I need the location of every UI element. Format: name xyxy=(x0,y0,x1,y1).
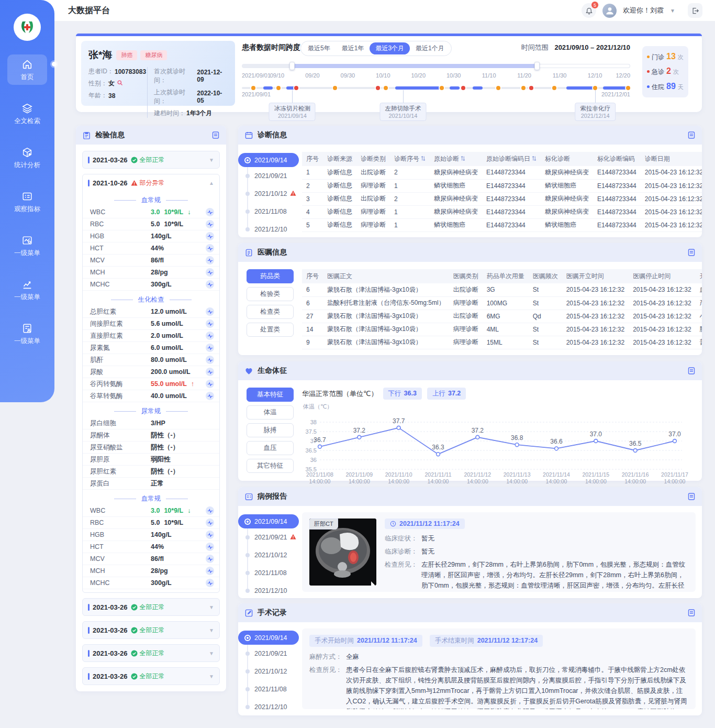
chevron-down-icon[interactable]: ▼ xyxy=(209,157,214,163)
event-callout[interactable]: 左肺切除手术2021/10/14 xyxy=(379,103,426,121)
trend-icon[interactable] xyxy=(206,344,214,352)
svg-text:37.7: 37.7 xyxy=(393,417,405,425)
event-callout[interactable]: 冰冻切片检测2021/09/14 xyxy=(269,103,316,121)
rail-dot xyxy=(245,571,250,575)
slider-ticks: 2021/09/0109/1009/2009/3010/1010/2010/30… xyxy=(242,72,630,80)
lab-card-header[interactable]: 2021-03-26全部正常▼ xyxy=(83,622,219,638)
range-option[interactable]: 最近5年 xyxy=(302,42,336,54)
slider-fill xyxy=(292,64,537,68)
report-date-rail: 2021/09/142021/09/212021/10/122021/11/08… xyxy=(238,506,302,598)
chevron-up-icon[interactable]: ▲ xyxy=(209,180,214,186)
range-option[interactable]: 最近3个月 xyxy=(370,42,410,54)
lab-card-header[interactable]: 2021-03-26全部正常▼ xyxy=(83,668,219,685)
surgery-date-item[interactable]: 2021/09/14 xyxy=(238,631,299,645)
orders-tab[interactable]: 药品类 xyxy=(247,269,294,283)
trend-icon[interactable] xyxy=(206,506,214,515)
trend-icon[interactable] xyxy=(206,356,214,364)
trend-icon[interactable] xyxy=(206,220,214,228)
surgery-date-item[interactable]: 2021/10/12 xyxy=(238,663,302,680)
lab-card-header[interactable]: 2021-10-26部分异常▲ xyxy=(83,174,219,191)
diagnosis-column-header[interactable]: 诊断序号 xyxy=(390,152,430,166)
trend-icon[interactable] xyxy=(206,319,214,328)
diagnosis-date-item[interactable]: 2021/09/14 xyxy=(238,153,299,167)
sidebar-item-3[interactable]: 观察指标 xyxy=(7,186,47,217)
report-date-item[interactable]: 2021/11/08 xyxy=(238,564,302,582)
bell-icon[interactable]: 5 xyxy=(582,3,596,18)
vitals-tab[interactable]: 基本特征 xyxy=(247,388,294,402)
diagnosis-date-item[interactable]: 2021/09/21 xyxy=(238,167,302,185)
orders-tab[interactable]: 检查类 xyxy=(247,305,294,319)
trend-icon[interactable] xyxy=(206,392,214,400)
report-date-item[interactable]: 2021/09/21 xyxy=(238,528,302,546)
trend-icon[interactable] xyxy=(206,232,214,240)
rail-date-label: 2021/12/10 xyxy=(254,587,287,594)
trend-icon[interactable] xyxy=(206,368,214,376)
chevron-down-icon[interactable]: ▼ xyxy=(670,8,675,14)
lab-card-date: 2021-10-26 xyxy=(93,179,128,187)
report-date-item[interactable]: 2021/10/12 xyxy=(238,546,302,564)
hospital-stay-bar xyxy=(566,86,594,90)
sidebar-item-5[interactable]: 一级菜单 xyxy=(7,274,47,305)
note-icon[interactable] xyxy=(687,492,696,501)
trend-icon[interactable] xyxy=(206,208,214,216)
stat-value: 2 xyxy=(666,67,671,76)
slider-handle-end[interactable] xyxy=(534,62,540,70)
report-date-item[interactable]: 2021/09/14 xyxy=(238,514,299,528)
trend-icon[interactable] xyxy=(206,555,214,563)
trend-icon[interactable] xyxy=(206,380,214,388)
report-date-item[interactable]: 2021/12/10 xyxy=(238,582,302,600)
vitals-tab[interactable]: 血压 xyxy=(247,441,294,455)
trend-icon[interactable] xyxy=(206,280,214,289)
chevron-down-icon[interactable]: ▼ xyxy=(209,604,214,610)
surgery-date-item[interactable]: 2021/09/21 xyxy=(238,645,302,663)
trend-icon[interactable] xyxy=(206,531,214,539)
chevron-down-icon[interactable]: ▼ xyxy=(209,627,214,633)
sidebar-item-0[interactable]: 首页 xyxy=(7,54,47,85)
diagnosis-date-item[interactable]: 2021/12/10 xyxy=(238,220,302,238)
vitals-tab[interactable]: 其它特征 xyxy=(247,459,294,473)
diagnosis-column-header[interactable]: 原始诊断 xyxy=(430,152,482,166)
orders-tab[interactable]: 处置类 xyxy=(247,323,294,337)
orders-tab[interactable]: 检验类 xyxy=(247,287,294,301)
chevron-down-icon[interactable]: ▼ xyxy=(209,674,214,679)
note-icon[interactable] xyxy=(687,367,696,375)
lab-card-header[interactable]: 2021-03-26全部正常▼ xyxy=(83,645,219,661)
note-icon[interactable] xyxy=(687,248,696,257)
lab-card-header[interactable]: 2021-03-26全部正常▼ xyxy=(83,151,219,168)
range-option[interactable]: 最近1个月 xyxy=(410,42,450,54)
sidebar-item-1[interactable]: 全文检索 xyxy=(7,98,47,129)
event-callout[interactable]: 索拉非化疗2021/12/14 xyxy=(575,103,616,121)
vitals-tab[interactable]: 体温 xyxy=(247,405,294,420)
note-icon[interactable] xyxy=(687,131,696,139)
note-icon[interactable] xyxy=(211,131,220,139)
diagnosis-date-item[interactable]: 2021/11/08 xyxy=(238,203,302,220)
trend-icon[interactable] xyxy=(206,256,214,264)
trend-icon[interactable] xyxy=(206,268,214,277)
trend-icon[interactable] xyxy=(206,519,214,527)
trend-icon[interactable] xyxy=(206,244,214,252)
search-icon[interactable] xyxy=(117,80,123,87)
trend-icon[interactable] xyxy=(206,332,214,340)
lab-card-header[interactable]: 2021-03-26全部正常▼ xyxy=(83,599,219,615)
logout-icon[interactable] xyxy=(688,3,702,18)
trend-icon[interactable] xyxy=(206,579,214,587)
diagnosis-date-item[interactable]: 2021/10/12 xyxy=(238,185,302,203)
chevron-down-icon[interactable]: ▼ xyxy=(209,650,214,656)
trend-icon[interactable] xyxy=(206,543,214,551)
range-option[interactable]: 最近1年 xyxy=(336,42,370,54)
sidebar-item-4[interactable]: 一级菜单 xyxy=(7,230,47,261)
time-slider[interactable] xyxy=(242,64,630,68)
diagnosis-column-header[interactable]: 原始诊断编码日 xyxy=(482,152,541,166)
sidebar-item-6[interactable]: 一级菜单 xyxy=(7,318,47,349)
trend-icon[interactable] xyxy=(206,567,214,575)
trend-icon[interactable] xyxy=(206,307,214,316)
ct-image[interactable]: 肝部CT xyxy=(309,519,376,586)
avatar[interactable] xyxy=(602,4,617,18)
sidebar-item-2[interactable]: 统计分析 xyxy=(7,142,47,173)
slider-handle-start[interactable] xyxy=(289,62,295,70)
svg-text:14:00:00: 14:00:00 xyxy=(664,478,686,484)
surgery-date-item[interactable]: 2021/11/08 xyxy=(238,680,302,698)
vitals-tab[interactable]: 脉搏 xyxy=(247,423,294,437)
surgery-date-item[interactable]: 2021/12/10 xyxy=(238,698,302,716)
note-icon[interactable] xyxy=(687,609,696,617)
